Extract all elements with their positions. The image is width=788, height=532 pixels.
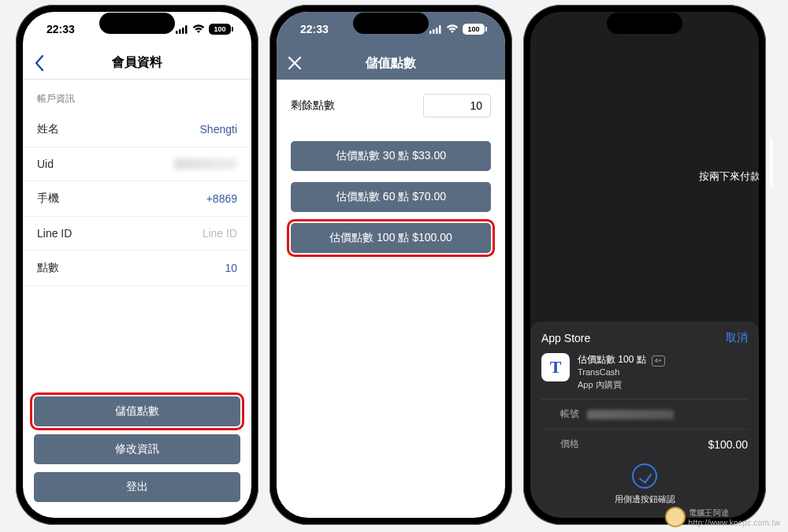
status-time: 22:33 <box>300 23 329 35</box>
row-label: Uid <box>37 158 54 170</box>
edit-info-button[interactable]: 修改資訊 <box>34 434 240 464</box>
price-label: 價格 <box>541 437 579 451</box>
row-label: Line ID <box>37 227 72 240</box>
svg-rect-6 <box>436 28 438 34</box>
row-points: 點數 10 <box>23 251 251 286</box>
account-label: 帳號 <box>541 407 579 421</box>
section-header: 帳戶資訊 <box>23 80 251 112</box>
row-value: +8869 <box>206 192 237 205</box>
product-app-name: TransCash <box>578 366 665 378</box>
row-label: 手機 <box>37 192 59 206</box>
battery-icon: 100 <box>463 24 485 35</box>
side-button-indicator <box>770 139 773 188</box>
signal-icon <box>176 25 188 34</box>
row-label: 姓名 <box>37 122 59 136</box>
confirm-hint: 用側邊按鈕確認 <box>615 493 675 505</box>
row-value: 10 <box>225 262 237 274</box>
account-value-redacted <box>587 410 674 419</box>
topup-option-60[interactable]: 估價點數 60 點 $70.00 <box>291 182 491 212</box>
topup-option-30[interactable]: 估價點數 30 點 $33.00 <box>291 141 491 171</box>
logout-button[interactable]: 登出 <box>34 472 240 502</box>
side-button-icon <box>632 463 657 489</box>
svg-rect-4 <box>429 31 432 34</box>
close-button[interactable] <box>288 47 302 80</box>
watermark-text: 電腦王阿達 <box>689 508 730 517</box>
watermark: 電腦王阿達 http://www.kocpc.com.tw <box>665 507 780 527</box>
wifi-icon <box>192 24 205 34</box>
dynamic-island <box>99 13 175 34</box>
row-value: Shengti <box>200 123 237 136</box>
svg-rect-7 <box>439 25 441 34</box>
svg-rect-0 <box>176 31 178 34</box>
navbar: 儲值點數 <box>277 47 505 80</box>
account-row: 帳號 <box>541 399 748 429</box>
phone-apple-pay: 按兩下來付款 App Store 取消 T 估價點數 100 點 4+ Tran… <box>523 5 766 525</box>
page-title: 會員資料 <box>112 54 162 71</box>
watermark-url: http://www.kocpc.com.tw <box>689 519 780 527</box>
back-button[interactable] <box>34 47 45 79</box>
signal-icon <box>429 25 442 34</box>
phone-topup: 22:33 100 儲值點數 <box>269 5 512 525</box>
remaining-points-value: 10 <box>423 94 491 117</box>
age-badge: 4+ <box>652 355 665 366</box>
dynamic-island <box>353 13 429 34</box>
dynamic-island <box>607 13 682 34</box>
battery-icon: 100 <box>209 24 231 35</box>
page-title: 儲值點數 <box>366 55 416 72</box>
product-sub: App 內購買 <box>578 379 665 391</box>
side-button-hint: 按兩下來付款 <box>666 169 759 184</box>
row-lineid: Line ID Line ID <box>23 217 251 251</box>
app-icon: T <box>541 353 570 381</box>
row-name: 姓名 Shengti <box>23 112 251 147</box>
svg-rect-5 <box>433 29 435 34</box>
svg-rect-3 <box>185 25 188 34</box>
price-row: 價格 $100.00 <box>541 429 748 459</box>
wifi-icon <box>446 24 459 34</box>
phone-member-profile: 22:33 100 會員資料 <box>16 5 258 525</box>
product-row: T 估價點數 100 點 4+ TransCash App 內購買 <box>541 353 748 391</box>
navbar: 會員資料 <box>23 47 251 80</box>
status-time: 22:33 <box>46 23 75 35</box>
row-value-placeholder: Line ID <box>203 227 237 240</box>
topup-button[interactable]: 儲值點數 <box>34 396 240 426</box>
svg-rect-1 <box>179 29 181 34</box>
store-label: App Store <box>541 332 590 344</box>
watermark-mascot-icon <box>665 507 686 527</box>
row-value-redacted <box>174 158 237 169</box>
price-value: $100.00 <box>708 438 748 451</box>
confirm-area: 用側邊按鈕確認 <box>541 459 748 505</box>
svg-rect-2 <box>182 28 184 34</box>
row-label: 點數 <box>37 261 59 275</box>
payment-sheet: App Store 取消 T 估價點數 100 點 4+ TransCash A… <box>530 322 759 518</box>
remaining-points-label: 剩餘點數 <box>291 99 335 113</box>
remaining-points-row: 剩餘點數 10 <box>291 94 491 117</box>
row-uid: Uid <box>23 147 251 181</box>
product-title: 估價點數 100 點 <box>578 354 646 365</box>
cancel-button[interactable]: 取消 <box>726 331 748 345</box>
row-mobile: 手機 +8869 <box>23 181 251 217</box>
topup-option-100[interactable]: 估價點數 100 點 $100.00 <box>291 223 491 253</box>
